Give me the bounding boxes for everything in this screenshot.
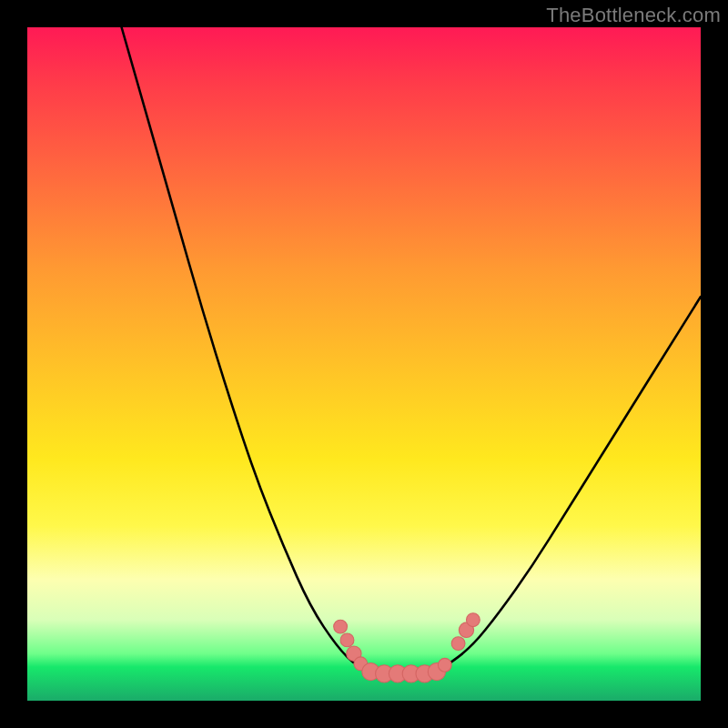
highlight-markers (334, 613, 480, 682)
highlight-dot (334, 620, 348, 633)
highlight-dot (438, 658, 451, 672)
bottleneck-curve (122, 27, 701, 673)
plot-area (27, 27, 701, 701)
highlight-dot (466, 613, 480, 627)
curve-svg (27, 27, 701, 701)
highlight-dot (340, 633, 354, 647)
chart-frame: TheBottleneck.com (0, 0, 728, 728)
watermark-text: TheBottleneck.com (546, 4, 721, 27)
highlight-dot (451, 637, 465, 651)
